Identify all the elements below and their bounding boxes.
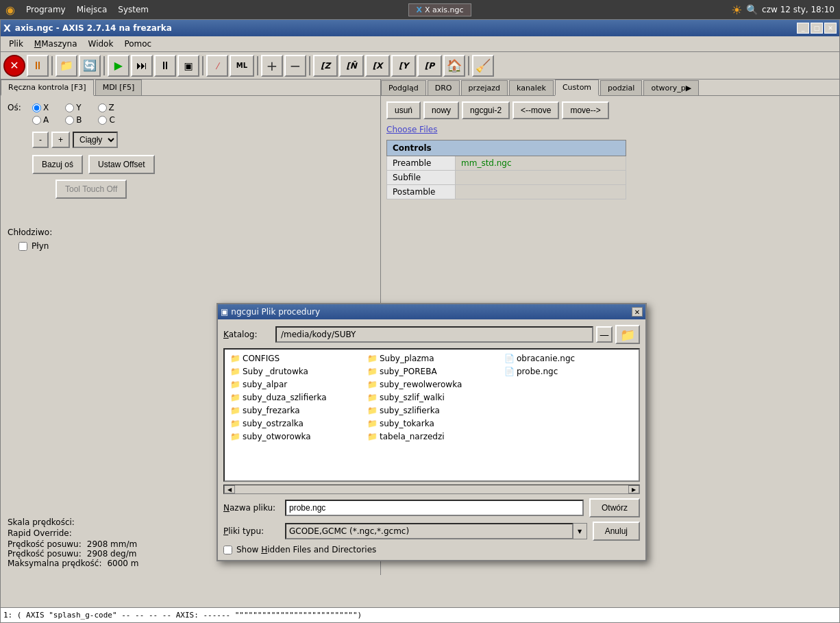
list-item[interactable]: 📁 suby_duza_szlifierka [227, 391, 362, 404]
radio-y[interactable]: Y [65, 103, 81, 112]
folder-icon: 📁 [230, 393, 240, 402]
coolant-checkbox[interactable]: Płyn [18, 241, 373, 251]
radio-b[interactable]: B [65, 115, 82, 125]
home-axis-button[interactable]: Bazuj oś [32, 155, 83, 174]
taskbar-menu-system[interactable]: System [118, 5, 149, 14]
list-item[interactable]: 📁 CONFIGS [227, 352, 362, 365]
tab-kanalek[interactable]: kanalek [509, 80, 554, 95]
taskbar-window-button[interactable]: X X axis.ngc [408, 3, 471, 16]
folder-icon: 📁 [230, 367, 240, 376]
folder-icon: 📁 [367, 393, 378, 402]
home-y-button[interactable]: [Y [391, 55, 416, 77]
katalog-path: /media/kody/SUBY [275, 326, 593, 343]
maximize-button[interactable]: □ [811, 23, 823, 34]
cancel-button[interactable]: Anuluj [593, 522, 640, 541]
minimize-button[interactable]: _ [797, 23, 809, 34]
open-file-button[interactable]: Otwórz [589, 498, 640, 517]
pause2-button[interactable]: ⏸ [154, 55, 176, 77]
taskbar-menu-miejsca[interactable]: Miejsca [77, 5, 108, 14]
tool-touch-off-button[interactable]: Tool Touch Off [55, 180, 127, 199]
new-button[interactable]: nowy [423, 101, 459, 119]
home-all-button[interactable]: 🏠 [443, 55, 465, 77]
delete-button[interactable]: usuń [386, 101, 421, 119]
minus-jog-button[interactable]: − [284, 55, 306, 77]
tab-manual-control[interactable]: Ręczna kontrola [F3] [1, 80, 94, 96]
tab-podglad[interactable]: Podgląd [381, 80, 426, 95]
menu-maszyna[interactable]: MMaszyna [29, 38, 83, 50]
list-item[interactable]: 📁 suby_otworowka [227, 430, 362, 443]
list-item[interactable]: 📁 suby_alpar [227, 378, 362, 391]
predkosc2-value: 2908 deg/m [87, 549, 137, 559]
radio-c[interactable]: C [98, 115, 114, 125]
ngcgui2-button[interactable]: ngcgui-2 [462, 101, 510, 119]
file-list[interactable]: 📁 CONFIGS 📁 Suby_plazma 📄 obracanie.ngc … [223, 348, 640, 482]
close-button[interactable]: ✕ [824, 23, 837, 34]
tab-przejazd[interactable]: przejazd [461, 80, 508, 95]
taskbar-menu-programy[interactable]: Programy [26, 5, 66, 14]
list-item[interactable]: 📁 suby_frezarka [227, 404, 362, 417]
dialog-scrollbar[interactable]: ◀ ▶ [223, 485, 640, 494]
radio-z[interactable]: Z [98, 103, 114, 112]
coolant-label: Chłodziwo: [8, 228, 373, 237]
list-item[interactable]: 📁 suby_POREBA [365, 365, 499, 378]
home-x-button[interactable]: [X [365, 55, 390, 77]
plus-jog-button[interactable]: + [261, 55, 283, 77]
list-item[interactable]: 📄 obracanie.ngc [502, 352, 636, 365]
open-button[interactable]: 📁 [55, 55, 77, 77]
folder-icon: 📁 [230, 432, 240, 441]
plus-step-button[interactable]: + [51, 132, 70, 148]
home-n-button[interactable]: [N̄ [339, 55, 364, 77]
set-offset-button[interactable]: Ustaw Offset [88, 155, 154, 174]
file-dialog: ▣ ngcgui Plik procedury ✕ Katalog: /medi… [217, 303, 647, 561]
folder-icon: 📁 [230, 406, 240, 415]
predkosc1-label: Prędkość posuwu: [8, 539, 82, 549]
home-z-button[interactable]: [Z [313, 55, 338, 77]
hidden-files-checkbox[interactable] [223, 546, 232, 554]
list-item[interactable]: 📁 Suby_plazma [365, 352, 499, 365]
choose-files-link[interactable]: Choose Files [386, 125, 834, 134]
edit-button[interactable]: / [206, 55, 228, 77]
radio-x[interactable]: X [32, 103, 49, 112]
run-button[interactable]: ▶ [108, 55, 129, 77]
gcode-line: 1: ( AXIS "splash_g-code" -- -- -- -- AX… [3, 611, 362, 620]
reload-button[interactable]: 🔄 [79, 55, 101, 77]
list-item[interactable]: 📁 suby_ostrzalka [227, 417, 362, 430]
filename-input[interactable] [285, 500, 584, 516]
mode-dropdown[interactable]: Ciągły [73, 132, 118, 148]
home-p-button[interactable]: [P [417, 55, 442, 77]
folder-icon: 📁 [230, 380, 240, 389]
list-item[interactable]: 📁 suby_szlif_walki [365, 391, 499, 404]
radio-a[interactable]: A [32, 115, 49, 125]
minus-step-button[interactable]: - [32, 132, 49, 148]
folder-icon: 📁 [367, 406, 378, 415]
menu-widok[interactable]: Widok [83, 38, 119, 50]
list-item[interactable]: 📁 suby_szlifierka [365, 404, 499, 417]
move-right-button[interactable]: move--> [562, 101, 608, 119]
tab-custom[interactable]: Custom [555, 80, 599, 96]
tab-dro[interactable]: DRO [428, 80, 460, 95]
filetype-dropdown-arrow[interactable]: ▼ [573, 523, 587, 539]
list-item[interactable]: 📁 Suby _drutowka [227, 365, 362, 378]
dialog-title: ngcgui Plik procedury [231, 307, 320, 317]
folder-icon: 📁 [367, 380, 378, 389]
menu-plik[interactable]: Plik [3, 38, 29, 50]
menu-pomoc[interactable]: Pomoc [119, 38, 157, 50]
list-item[interactable]: 📄 probe.ngc [502, 365, 636, 378]
dialog-path-browse[interactable]: 📁 [615, 325, 640, 344]
list-item[interactable]: 📁 suby_rewolwerowka [365, 378, 499, 391]
clear-button[interactable]: 🧹 [472, 55, 494, 77]
preamble-row: Preamble mm_std.ngc [387, 156, 626, 171]
dialog-path-minus[interactable]: — [596, 326, 613, 343]
tab-mdi[interactable]: MDI [F5] [95, 80, 143, 95]
dialog-close-button[interactable]: ✕ [632, 307, 643, 317]
tab-otwory[interactable]: otwory_p▶ [643, 80, 699, 95]
list-item[interactable]: 📁 tabela_narzedzi [365, 430, 499, 443]
pause-button[interactable]: ⏸ [27, 55, 49, 77]
block-button[interactable]: ▣ [177, 55, 199, 77]
move-left-button[interactable]: <--move [512, 101, 559, 119]
tab-podzial[interactable]: podzial [600, 80, 642, 95]
step-button[interactable]: ⏭ [131, 55, 153, 77]
stop-button[interactable]: ✕ [3, 55, 25, 77]
list-item[interactable]: 📁 suby_tokarka [365, 417, 499, 430]
mdi-button[interactable]: ML [230, 55, 254, 77]
